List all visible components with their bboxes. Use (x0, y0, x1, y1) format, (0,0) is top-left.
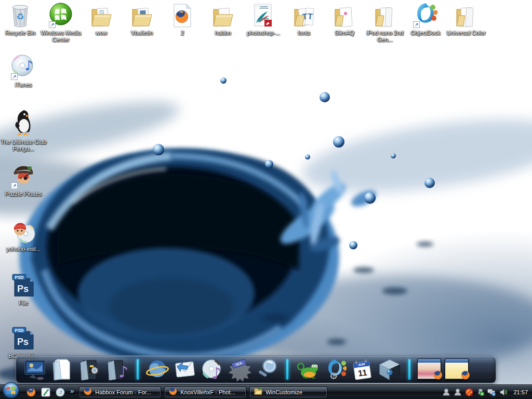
desktop-icon-recycle-bin[interactable]: ♻ Recycle Bin (0, 2, 41, 36)
folder-icon (446, 2, 486, 28)
dock-music-folder-icon[interactable]: ♪ (106, 357, 130, 381)
objectdock-bar: ♪ ♪ (16, 355, 496, 383)
desktop-icon-media-center[interactable]: ↗ Windows Media Center (41, 2, 81, 43)
svg-text:T: T (307, 12, 313, 21)
task-button-label: WinCustomize (265, 389, 302, 395)
desktop-icon-psd-file[interactable]: PSD Ps File (0, 272, 47, 307)
tray-safely-remove-hardware-icon[interactable] (476, 388, 485, 396)
icon-label: 2 (162, 30, 203, 36)
tray-network-icon[interactable] (487, 388, 496, 396)
dock-window-thumbnail-2[interactable] (445, 357, 469, 381)
dock-internet-globe-icon[interactable] (145, 357, 169, 381)
svg-text:♪: ♪ (60, 390, 63, 395)
icon-label: File (0, 300, 47, 307)
penguin-icon (0, 108, 47, 137)
icon-label: fonts (284, 30, 324, 36)
dock-pictures-folder-icon[interactable] (78, 357, 102, 381)
desktop: ♻ Recycle Bin ↗ Windows Media Center (0, 0, 532, 399)
dock-separator (286, 359, 288, 380)
folder-icon (365, 2, 405, 28)
taskbar-button-habbox-forum[interactable]: Habbox Forum - For... (79, 387, 161, 398)
desktop-icon-puzzle-pirates[interactable]: ↗ Puzzle Pirates (0, 163, 47, 197)
task-button-label: Habbox Forum - For... (95, 389, 151, 395)
icon-label: photoshop-... (243, 30, 284, 36)
pdf-book-icon (243, 2, 284, 28)
quick-launch-expand-chevron[interactable]: » (70, 387, 74, 395)
icon-label: iTunes (0, 82, 47, 88)
firefox-icon (169, 387, 177, 397)
dock-documents-folder-icon[interactable] (51, 357, 75, 381)
icon-label: habbo (203, 30, 243, 36)
tray-messenger-contact-icon[interactable] (442, 388, 450, 396)
dock-cube-icon[interactable] (378, 357, 402, 381)
desktop-icon-ipod-nano[interactable]: iPod nano 2nd Gen... (365, 2, 405, 43)
taskbar-button-wincustomize[interactable]: WinCustomize (249, 387, 327, 398)
icon-label: Puzzle Pirates (0, 191, 47, 197)
desktop-icon-wow[interactable]: wow (81, 2, 122, 36)
folder-icon (203, 2, 243, 28)
svg-text:♪: ♪ (24, 58, 33, 73)
desktop-icon-psd-bcolour[interactable]: PSD Ps BColourLi... (0, 325, 47, 360)
icon-label: ObjectDock (405, 30, 446, 36)
svg-text:PSD: PSD (15, 328, 23, 333)
quick-launch-itunes-icon[interactable]: ♪ (55, 387, 65, 397)
svg-text:11: 11 (357, 367, 368, 378)
dock-window-thumbnail-1[interactable] (417, 357, 441, 381)
water-splash-wallpaper-art (0, 0, 532, 399)
recycle-bin-icon: ♻ (0, 2, 41, 28)
quick-launch: ♪ (26, 387, 65, 397)
icon-label: SlimAQ (324, 30, 365, 36)
desktop-icon-vbulletin[interactable]: Vbulletin (122, 2, 162, 36)
folder-fonts-icon: T T (284, 2, 324, 28)
desktop-icon-objectdock[interactable]: ↗ ObjectDock (405, 2, 446, 36)
desktop-icon-slimaq[interactable]: SlimAQ (324, 2, 365, 36)
icon-label: Recycle Bin (0, 30, 41, 36)
dock-email-icon[interactable] (173, 357, 197, 381)
svg-text:⚙: ⚙ (329, 370, 338, 381)
media-center-icon: ↗ (41, 2, 81, 28)
desktop-icon-2[interactable]: 2 (162, 2, 203, 36)
desktop-icon-habbo[interactable]: habbo (203, 2, 243, 36)
start-button[interactable] (2, 381, 20, 399)
dock-search-icon[interactable] (256, 357, 280, 381)
desktop-icon-club-penguin[interactable]: The Ultimate Club Pengu... (0, 108, 47, 152)
task-buttons: Habbox Forum - For... KnoxVillehxF - Pho… (79, 387, 327, 398)
icon-label: Vbulletin (122, 30, 162, 36)
icon-label: yohoho-inst... (0, 246, 47, 252)
taskbar-button-knoxville[interactable]: KnoxVillehxF - Phot... (164, 387, 246, 398)
desktop-icon-photoshop-pdf[interactable]: photoshop-... (243, 2, 284, 36)
icon-label: iPod nano 2nd Gen... (365, 30, 405, 43)
icon-label: Universal Color (446, 30, 486, 36)
desktop-icon-fonts[interactable]: T T fonts (284, 2, 324, 36)
task-button-label: KnoxVillehxF - Phot... (180, 389, 235, 395)
dock-display-icon[interactable] (23, 357, 47, 381)
tray-volume-icon[interactable] (499, 388, 508, 396)
firefox-badge-icon (461, 370, 470, 382)
psd-file-icon: PSD Ps (0, 272, 47, 298)
firefox-document-icon (162, 2, 203, 28)
desktop-icon-universal-color[interactable]: Universal Color (446, 2, 486, 36)
desktop-icon-yohoho-installer[interactable]: yohoho-inst... (0, 218, 47, 252)
tray-blocked-status-icon[interactable] (464, 388, 473, 396)
taskbar-clock[interactable]: 21:57 (513, 389, 528, 395)
dock-na-app-icon[interactable]: N/A (228, 357, 252, 381)
objectdock-icon: ↗ (405, 2, 446, 28)
system-tray: 21:57 (442, 388, 532, 396)
tray-messenger-contact-icon[interactable] (453, 388, 462, 396)
desktop-icon-itunes[interactable]: ♪ ↗ iTunes (0, 54, 47, 88)
folder-doc-icon (324, 2, 365, 28)
dock-calendar-icon[interactable]: JUN 11 (350, 357, 374, 381)
dock-objectdock-settings-icon[interactable]: ⚙ (323, 357, 347, 381)
taskbar: ♪ » Habbox Forum - For... (0, 384, 532, 399)
dock-gecko-icon[interactable] (295, 357, 319, 381)
dock-separator (408, 359, 410, 380)
quick-launch-pen-app-icon[interactable] (41, 387, 50, 397)
dock-music-cd-icon[interactable]: ♪ (201, 357, 224, 381)
quick-launch-firefox-icon[interactable] (26, 387, 36, 397)
svg-text:♻: ♻ (16, 11, 24, 22)
firefox-icon (84, 387, 92, 397)
svg-text:♪: ♪ (118, 363, 128, 381)
folder-icon (81, 2, 122, 28)
shortcut-arrow-icon: ↗ (11, 73, 18, 80)
folder-doc-icon (122, 2, 162, 28)
